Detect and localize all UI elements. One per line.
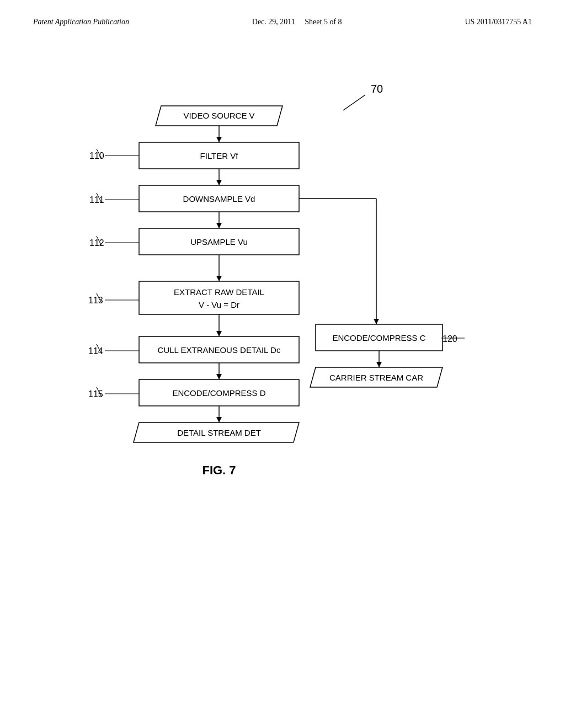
header-patent-number: US 2011/0317755 A1 — [465, 18, 532, 26]
header-date: Dec. 29, 2011 — [252, 18, 295, 26]
svg-marker-11 — [216, 223, 222, 228]
filter-label: FILTER Vf — [200, 151, 239, 160]
svg-rect-20 — [139, 281, 299, 314]
svg-marker-31 — [216, 374, 222, 379]
encode-c-label: ENCODE/COMPRESS C — [332, 333, 425, 342]
svg-marker-27 — [216, 331, 222, 336]
svg-marker-16 — [374, 319, 379, 324]
cull-label: CULL EXTRANEOUS DETAIL Dc — [158, 345, 281, 355]
svg-marker-7 — [216, 180, 222, 185]
page: Patent Application Publication Dec. 29, … — [0, 0, 565, 728]
header-publication-type: Patent Application Publication — [33, 18, 129, 26]
carrier-stream-label: CARRIER STREAM CAR — [329, 373, 423, 382]
label-120: 120 — [443, 334, 457, 344]
encode-d-label: ENCODE/COMPRESS D — [172, 388, 265, 398]
svg-marker-24 — [376, 362, 382, 367]
detail-stream-label: DETAIL STREAM DET — [177, 428, 261, 437]
video-source-label: VIDEO SOURCE V — [183, 111, 254, 120]
extract-line2: V - Vu = Dr — [199, 300, 239, 309]
svg-marker-3 — [216, 137, 222, 142]
patent-diagram: 70 VIDEO SOURCE V 110 FILTER Vf 111 DOWN… — [45, 66, 520, 607]
header-date-sheet: Dec. 29, 2011 Sheet 5 of 8 — [252, 18, 342, 26]
fig-caption: FIG. 7 — [202, 463, 236, 477]
svg-marker-35 — [216, 417, 222, 422]
upsample-label: UPSAMPLE Vu — [190, 237, 248, 247]
header-sheet: Sheet 5 of 8 — [305, 18, 342, 26]
page-header: Patent Application Publication Dec. 29, … — [33, 18, 532, 26]
svg-line-0 — [343, 95, 365, 110]
ref-70-label: 70 — [371, 83, 383, 95]
extract-line1: EXTRACT RAW DETAIL — [174, 287, 264, 297]
svg-marker-18 — [216, 276, 222, 281]
downsample-label: DOWNSAMPLE Vd — [183, 194, 255, 204]
